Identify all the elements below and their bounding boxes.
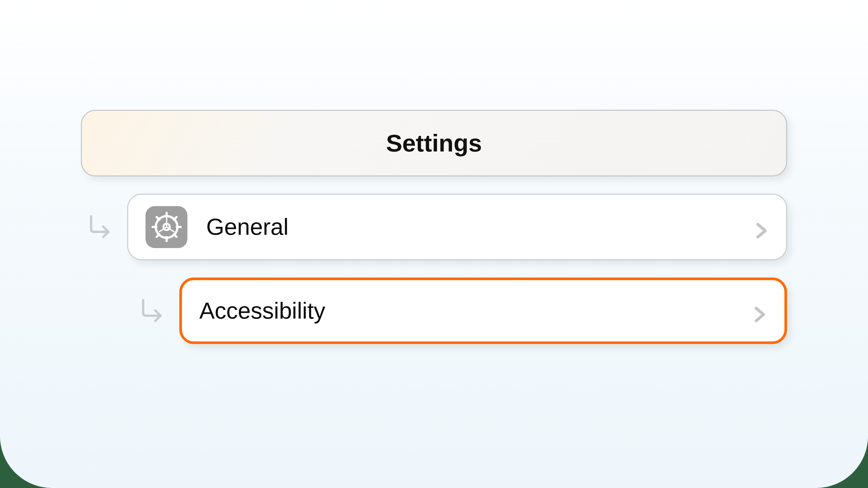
svg-line-7 [174,234,177,237]
general-label: General [206,214,754,240]
general-item[interactable]: General [127,194,787,260]
indent-arrow-icon [81,213,119,241]
chevron-right-icon [753,302,767,320]
chevron-right-icon [754,218,769,236]
settings-header[interactable]: Settings [81,110,787,176]
settings-header-label: Settings [386,129,482,157]
accessibility-label: Accessibility [199,297,753,324]
breadcrumb-row-root: Settings [81,110,787,176]
indent-arrow-icon [133,296,170,325]
breadcrumb-row-accessibility: Accessibility [81,278,787,344]
settings-navigation-panel: Settings [0,0,868,488]
svg-line-9 [174,217,177,220]
breadcrumb-row-general: General [81,194,787,260]
svg-line-8 [156,234,159,237]
accessibility-item[interactable]: Accessibility [179,278,787,344]
gear-icon [146,206,187,248]
svg-line-6 [156,217,159,220]
